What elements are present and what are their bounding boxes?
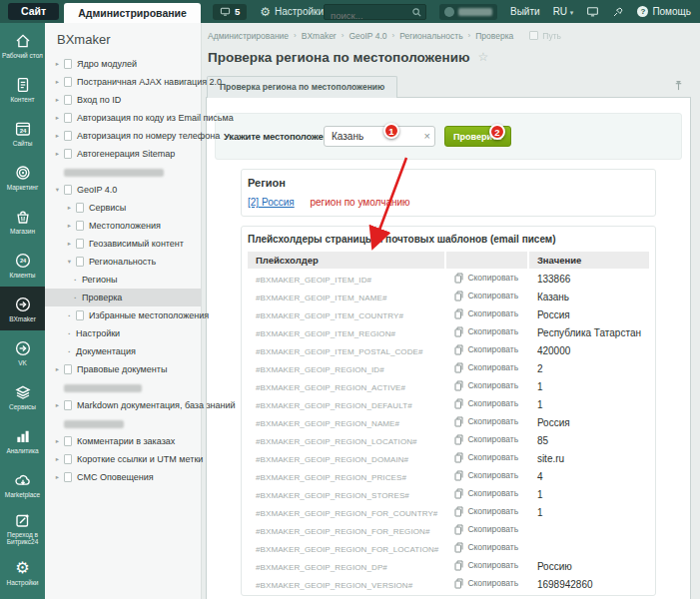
sidebar-item-regions[interactable]: ▪ Регионы xyxy=(45,271,201,289)
path-checkbox[interactable]: Путь xyxy=(529,31,561,41)
tab-site[interactable]: Сайт xyxy=(8,3,59,20)
sidebar-item-legal[interactable]: ▸ Правовые документы xyxy=(45,360,201,378)
rail-item-vk[interactable]: VK xyxy=(0,330,45,374)
sidebar-item-geoip[interactable]: ▾ GeoIP 4.0 xyxy=(45,181,201,199)
sidebar-item-regionality[interactable]: ▾ Региональность xyxy=(45,253,201,271)
settings-menu-button[interactable]: ⚙ Настройки xyxy=(260,6,324,18)
rail-item-shop[interactable]: Магазин xyxy=(0,199,45,243)
copy-button[interactable]: Скопировать xyxy=(454,470,520,481)
copy-button[interactable]: Скопировать xyxy=(454,452,520,463)
sidebar-item-core[interactable]: ▸ Ядро модулей xyxy=(45,55,201,73)
sidebar-item-order-comments[interactable]: ▸ Комментарии в заказах xyxy=(45,432,201,450)
rail-item-marketing[interactable]: Маркетинг xyxy=(0,155,45,199)
copy-button[interactable]: Скопировать xyxy=(454,291,520,301)
rail-item-services[interactable]: Сервисы xyxy=(0,374,45,418)
logout-link[interactable]: Выйти xyxy=(510,6,540,17)
tree-toggle-icon[interactable]: ▸ xyxy=(65,240,74,248)
tree-toggle-icon[interactable]: ▸ xyxy=(53,365,62,373)
rail-item-content[interactable]: Контент xyxy=(0,67,45,111)
tree-toggle-icon[interactable]: ▸ xyxy=(53,132,62,140)
desktop-view-icon[interactable] xyxy=(586,5,599,18)
sidebar-item-redacted-2[interactable] xyxy=(45,378,201,396)
help-button[interactable]: ? Помощь xyxy=(637,6,691,17)
clear-input-icon[interactable]: × xyxy=(424,129,430,143)
copy-button[interactable]: Скопировать xyxy=(454,560,520,571)
copy-button[interactable]: Скопировать xyxy=(454,398,520,409)
tree-toggle-icon[interactable]: ▸ xyxy=(53,60,62,68)
breadcrumb-link[interactable]: Проверка xyxy=(475,31,513,41)
breadcrumb-link[interactable]: Региональность xyxy=(399,31,462,41)
copy-button[interactable]: Скопировать xyxy=(454,416,520,427)
sidebar-item-locations[interactable]: ▸ Местоположения xyxy=(45,217,201,235)
tree-toggle-icon[interactable]: ▸ xyxy=(53,150,62,158)
tree-toggle-icon[interactable]: ▪ xyxy=(65,348,74,354)
sidebar-item-settings[interactable]: ▪ Настройки xyxy=(45,324,201,342)
tree-toggle-icon[interactable]: ▸ xyxy=(65,222,74,230)
sidebar-item-auth-phone[interactable]: ▸ Авторизация по номеру телефона xyxy=(45,127,201,145)
rail-item-marketplace[interactable]: Marketplace xyxy=(0,462,45,506)
tree-toggle-icon[interactable]: ▸ xyxy=(53,455,62,463)
search-input[interactable] xyxy=(325,8,425,22)
sidebar-item-markdown[interactable]: ▸ Markdown документация, база знаний xyxy=(45,396,201,414)
tree-toggle-icon[interactable]: ▪ xyxy=(71,295,80,300)
sidebar-item-services[interactable]: ▸ Сервисы xyxy=(45,199,201,217)
rail-item-bxmaker[interactable]: BXmaker xyxy=(0,287,45,330)
rail-item-clients[interactable]: 24 Клиенты xyxy=(0,243,45,287)
rail-item-sites[interactable]: 24 Сайты xyxy=(0,111,45,155)
notifications-button[interactable]: 5 xyxy=(213,4,247,20)
sidebar-item-redacted-3[interactable] xyxy=(45,414,201,432)
copy-button[interactable]: Скопировать xyxy=(454,344,520,355)
copy-button[interactable]: Скопировать xyxy=(454,273,520,284)
tree-toggle-icon[interactable]: ▸ xyxy=(53,114,62,122)
copy-button[interactable]: Скопировать xyxy=(454,308,520,319)
sidebar-item-short-links[interactable]: ▸ Короткие ссылки и UTM метки xyxy=(45,450,201,468)
sidebar-item-login-by-id[interactable]: ▸ Вход по ID xyxy=(45,91,201,109)
breadcrumb-link[interactable]: BXmaker xyxy=(302,31,337,41)
copy-button[interactable]: Скопировать xyxy=(454,362,520,373)
tree-toggle-icon[interactable]: ▪ xyxy=(65,330,74,336)
breadcrumb-link[interactable]: GeoIP 4.0 xyxy=(349,31,386,41)
favorite-star-icon[interactable]: ☆ xyxy=(478,50,489,64)
rail-item-analytics[interactable]: Аналитика xyxy=(0,418,45,462)
sidebar-item-geo-content[interactable]: ▸ Геозависимый контент xyxy=(45,235,201,253)
tree-toggle-icon[interactable]: ▸ xyxy=(53,78,62,86)
copy-button[interactable]: Скопировать xyxy=(454,434,520,445)
sidebar-item-ajax-nav[interactable]: ▸ Постраничная AJAX навигация 2.0 xyxy=(45,73,201,91)
pin-panel-icon[interactable] xyxy=(612,6,624,18)
rail-item-desktop[interactable]: Рабочий стол xyxy=(0,23,45,67)
rail-item-bitrix24[interactable]: Переход в Битрикс24 xyxy=(0,506,45,550)
sidebar-item-favorites[interactable]: ▪ Избранные местоположения xyxy=(45,306,201,324)
sidebar-item-redacted-1[interactable] xyxy=(45,163,201,181)
tab-admin[interactable]: Администрирование xyxy=(64,3,201,23)
copy-button[interactable]: Скопировать xyxy=(454,488,520,499)
tree-toggle-icon[interactable]: ▸ xyxy=(65,204,74,212)
region-link[interactable]: [2] Россия xyxy=(248,197,295,208)
tree-toggle-icon[interactable]: ▪ xyxy=(71,277,80,283)
copy-button[interactable]: Скопировать xyxy=(454,578,520,589)
sidebar-item-check[interactable]: ▪ Проверка xyxy=(45,289,201,306)
sidebar-item-documentation[interactable]: ▪ Документация xyxy=(45,342,201,360)
breadcrumb-link[interactable]: Администрирование xyxy=(208,31,289,41)
location-input[interactable] xyxy=(324,126,435,147)
copy-button[interactable]: Скопировать xyxy=(454,380,520,391)
user-menu[interactable] xyxy=(439,4,497,20)
tree-toggle-icon[interactable]: ▸ xyxy=(53,437,62,445)
pushpin-icon[interactable] xyxy=(673,79,684,92)
copy-button[interactable]: Скопировать xyxy=(454,524,520,535)
tree-toggle-icon[interactable]: ▪ xyxy=(65,312,74,318)
copy-button[interactable]: Скопировать xyxy=(454,542,520,553)
rail-item-settings[interactable]: ⚙ Настройки xyxy=(0,550,45,594)
copy-button[interactable]: Скопировать xyxy=(454,506,520,517)
tree-toggle-icon[interactable]: ▾ xyxy=(53,186,62,194)
language-selector[interactable]: RU ▾ xyxy=(553,6,574,17)
sidebar-item-auth-email[interactable]: ▸ Авторизация по коду из Email письма xyxy=(45,109,201,127)
tree-toggle-icon[interactable]: ▸ xyxy=(53,473,62,481)
tree-toggle-icon[interactable]: ▾ xyxy=(65,258,74,266)
tab-check-region[interactable]: Проверка региона по местоположению xyxy=(207,76,397,98)
tree-toggle-icon[interactable]: ▸ xyxy=(53,401,62,409)
tree-toggle-icon[interactable]: ▸ xyxy=(53,96,62,104)
check-button[interactable]: Проверить xyxy=(444,126,511,147)
copy-button[interactable]: Скопировать xyxy=(454,326,520,337)
sidebar-item-sms[interactable]: ▸ СМС Оповещения xyxy=(45,468,201,486)
sidebar-item-sitemap[interactable]: ▸ Автогенерация Sitemap xyxy=(45,145,201,163)
